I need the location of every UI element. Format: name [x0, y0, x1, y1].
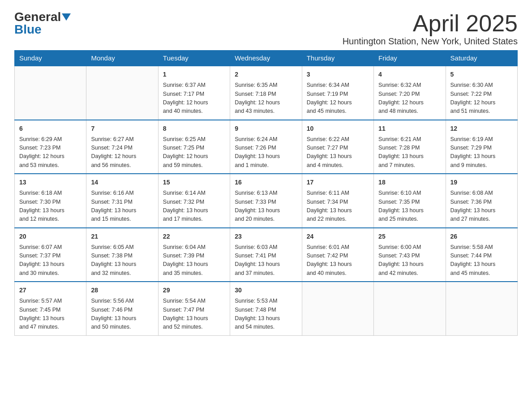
day-info: Sunrise: 5:56 AM Sunset: 7:46 PM Dayligh…	[91, 297, 153, 332]
day-number: 28	[91, 286, 153, 295]
calendar-cell: 10Sunrise: 6:22 AM Sunset: 7:27 PM Dayli…	[302, 120, 373, 174]
calendar-cell	[446, 282, 517, 335]
day-info: Sunrise: 6:18 AM Sunset: 7:30 PM Dayligh…	[19, 189, 82, 224]
calendar-cell: 14Sunrise: 6:16 AM Sunset: 7:31 PM Dayli…	[86, 174, 158, 228]
day-of-week-header: Tuesday	[158, 51, 230, 66]
day-of-week-header: Sunday	[15, 51, 86, 66]
logo-general: General	[14, 11, 61, 23]
day-number: 26	[450, 232, 513, 241]
day-number: 22	[163, 232, 225, 241]
day-info: Sunrise: 6:30 AM Sunset: 7:22 PM Dayligh…	[450, 81, 513, 116]
day-info: Sunrise: 6:22 AM Sunset: 7:27 PM Dayligh…	[307, 135, 369, 170]
calendar-cell: 21Sunrise: 6:05 AM Sunset: 7:38 PM Dayli…	[86, 228, 158, 282]
calendar-cell: 16Sunrise: 6:13 AM Sunset: 7:33 PM Dayli…	[230, 174, 302, 228]
day-info: Sunrise: 5:58 AM Sunset: 7:44 PM Dayligh…	[450, 243, 513, 278]
calendar-cell: 24Sunrise: 6:01 AM Sunset: 7:42 PM Dayli…	[302, 228, 373, 282]
calendar-cell	[15, 66, 86, 120]
day-number: 30	[235, 286, 297, 295]
page-header: General Blue April 2025 Huntington Stati…	[14, 11, 518, 47]
day-number: 19	[450, 178, 513, 187]
day-number: 14	[91, 178, 153, 187]
calendar-cell: 19Sunrise: 6:08 AM Sunset: 7:36 PM Dayli…	[446, 174, 517, 228]
calendar-cell	[302, 282, 373, 335]
day-info: Sunrise: 5:54 AM Sunset: 7:47 PM Dayligh…	[163, 297, 225, 332]
day-number: 13	[19, 178, 82, 187]
day-info: Sunrise: 6:29 AM Sunset: 7:23 PM Dayligh…	[19, 135, 82, 170]
day-number: 2	[235, 70, 297, 79]
logo-triangle-icon	[62, 13, 71, 21]
day-info: Sunrise: 6:04 AM Sunset: 7:39 PM Dayligh…	[163, 243, 225, 278]
month-title: April 2025	[343, 11, 518, 36]
day-number: 20	[19, 232, 82, 241]
calendar-cell	[86, 66, 158, 120]
day-number: 24	[307, 232, 369, 241]
calendar-cell: 1Sunrise: 6:37 AM Sunset: 7:17 PM Daylig…	[158, 66, 230, 120]
calendar-cell: 12Sunrise: 6:19 AM Sunset: 7:29 PM Dayli…	[446, 120, 517, 174]
calendar-cell: 13Sunrise: 6:18 AM Sunset: 7:30 PM Dayli…	[15, 174, 86, 228]
day-info: Sunrise: 6:27 AM Sunset: 7:24 PM Dayligh…	[91, 135, 153, 170]
day-number: 4	[378, 70, 441, 79]
day-number: 23	[235, 232, 297, 241]
day-of-week-header: Friday	[374, 51, 446, 66]
day-number: 1	[163, 70, 225, 79]
calendar-cell: 7Sunrise: 6:27 AM Sunset: 7:24 PM Daylig…	[86, 120, 158, 174]
calendar-cell: 15Sunrise: 6:14 AM Sunset: 7:32 PM Dayli…	[158, 174, 230, 228]
calendar-cell: 29Sunrise: 5:54 AM Sunset: 7:47 PM Dayli…	[158, 282, 230, 335]
calendar-cell: 3Sunrise: 6:34 AM Sunset: 7:19 PM Daylig…	[302, 66, 373, 120]
logo-blue: Blue	[14, 22, 42, 36]
day-info: Sunrise: 6:34 AM Sunset: 7:19 PM Dayligh…	[307, 81, 369, 116]
subtitle: Huntington Station, New York, United Sta…	[343, 36, 518, 47]
day-info: Sunrise: 6:24 AM Sunset: 7:26 PM Dayligh…	[235, 135, 297, 170]
calendar-cell: 2Sunrise: 6:35 AM Sunset: 7:18 PM Daylig…	[230, 66, 302, 120]
calendar-cell	[374, 282, 446, 335]
day-info: Sunrise: 6:13 AM Sunset: 7:33 PM Dayligh…	[235, 189, 297, 224]
day-info: Sunrise: 6:35 AM Sunset: 7:18 PM Dayligh…	[235, 81, 297, 116]
calendar-week-row: 6Sunrise: 6:29 AM Sunset: 7:23 PM Daylig…	[15, 120, 518, 174]
day-info: Sunrise: 6:05 AM Sunset: 7:38 PM Dayligh…	[91, 243, 153, 278]
day-number: 17	[307, 178, 369, 187]
calendar-cell: 5Sunrise: 6:30 AM Sunset: 7:22 PM Daylig…	[446, 66, 517, 120]
day-of-week-header: Monday	[86, 51, 158, 66]
day-of-week-header: Thursday	[302, 51, 373, 66]
day-info: Sunrise: 6:11 AM Sunset: 7:34 PM Dayligh…	[307, 189, 369, 224]
calendar-cell: 9Sunrise: 6:24 AM Sunset: 7:26 PM Daylig…	[230, 120, 302, 174]
calendar-cell: 20Sunrise: 6:07 AM Sunset: 7:37 PM Dayli…	[15, 228, 86, 282]
calendar-cell: 25Sunrise: 6:00 AM Sunset: 7:43 PM Dayli…	[374, 228, 446, 282]
calendar-week-row: 13Sunrise: 6:18 AM Sunset: 7:30 PM Dayli…	[15, 174, 518, 228]
day-number: 18	[378, 178, 441, 187]
logo: General Blue	[14, 11, 71, 36]
calendar-week-row: 27Sunrise: 5:57 AM Sunset: 7:45 PM Dayli…	[15, 282, 518, 335]
calendar-cell: 28Sunrise: 5:56 AM Sunset: 7:46 PM Dayli…	[86, 282, 158, 335]
day-info: Sunrise: 6:21 AM Sunset: 7:28 PM Dayligh…	[378, 135, 441, 170]
calendar-week-row: 1Sunrise: 6:37 AM Sunset: 7:17 PM Daylig…	[15, 66, 518, 120]
day-info: Sunrise: 6:03 AM Sunset: 7:41 PM Dayligh…	[235, 243, 297, 278]
calendar-table: SundayMondayTuesdayWednesdayThursdayFrid…	[14, 50, 518, 336]
day-info: Sunrise: 5:53 AM Sunset: 7:48 PM Dayligh…	[235, 297, 297, 332]
day-number: 8	[163, 124, 225, 133]
day-of-week-header: Wednesday	[230, 51, 302, 66]
calendar-cell: 4Sunrise: 6:32 AM Sunset: 7:20 PM Daylig…	[374, 66, 446, 120]
title-section: April 2025 Huntington Station, New York,…	[343, 11, 518, 47]
calendar-cell: 23Sunrise: 6:03 AM Sunset: 7:41 PM Dayli…	[230, 228, 302, 282]
day-info: Sunrise: 6:10 AM Sunset: 7:35 PM Dayligh…	[378, 189, 441, 224]
day-number: 12	[450, 124, 513, 133]
calendar-cell: 17Sunrise: 6:11 AM Sunset: 7:34 PM Dayli…	[302, 174, 373, 228]
day-info: Sunrise: 6:25 AM Sunset: 7:25 PM Dayligh…	[163, 135, 225, 170]
day-number: 10	[307, 124, 369, 133]
day-number: 27	[19, 286, 82, 295]
day-info: Sunrise: 6:00 AM Sunset: 7:43 PM Dayligh…	[378, 243, 441, 278]
day-info: Sunrise: 6:19 AM Sunset: 7:29 PM Dayligh…	[450, 135, 513, 170]
calendar-cell: 22Sunrise: 6:04 AM Sunset: 7:39 PM Dayli…	[158, 228, 230, 282]
day-info: Sunrise: 6:16 AM Sunset: 7:31 PM Dayligh…	[91, 189, 153, 224]
calendar-cell: 11Sunrise: 6:21 AM Sunset: 7:28 PM Dayli…	[374, 120, 446, 174]
calendar-cell: 27Sunrise: 5:57 AM Sunset: 7:45 PM Dayli…	[15, 282, 86, 335]
calendar-cell: 30Sunrise: 5:53 AM Sunset: 7:48 PM Dayli…	[230, 282, 302, 335]
calendar-cell: 6Sunrise: 6:29 AM Sunset: 7:23 PM Daylig…	[15, 120, 86, 174]
calendar-cell: 18Sunrise: 6:10 AM Sunset: 7:35 PM Dayli…	[374, 174, 446, 228]
day-number: 29	[163, 286, 225, 295]
day-number: 15	[163, 178, 225, 187]
calendar-week-row: 20Sunrise: 6:07 AM Sunset: 7:37 PM Dayli…	[15, 228, 518, 282]
day-info: Sunrise: 5:57 AM Sunset: 7:45 PM Dayligh…	[19, 297, 82, 332]
day-info: Sunrise: 6:08 AM Sunset: 7:36 PM Dayligh…	[450, 189, 513, 224]
day-number: 11	[378, 124, 441, 133]
